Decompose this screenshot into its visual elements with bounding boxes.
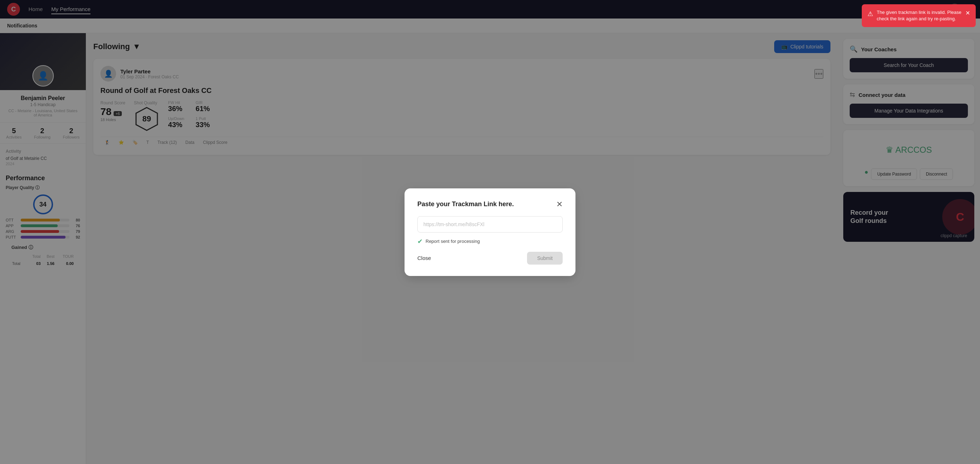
modal-close-button[interactable]: Close	[417, 255, 431, 261]
modal-submit-button[interactable]: Submit	[527, 252, 563, 265]
modal-close-icon[interactable]: ✕	[556, 200, 563, 209]
modal-overlay[interactable]: Paste your Trackman Link here. ✕ ✔ Repor…	[0, 0, 980, 464]
success-text: Report sent for processing	[426, 238, 480, 244]
toast-message: The given trackman link is invalid. Plea…	[877, 9, 962, 22]
toast-close-button[interactable]: ✕	[966, 9, 970, 17]
modal-success-message: ✔ Report sent for processing	[417, 238, 563, 245]
check-icon: ✔	[417, 238, 423, 245]
modal-actions: Close Submit	[417, 252, 563, 265]
trackman-link-input[interactable]	[417, 216, 563, 232]
modal-title: Paste your Trackman Link here.	[417, 200, 514, 208]
warning-icon: ⚠	[867, 10, 873, 19]
trackman-modal: Paste your Trackman Link here. ✕ ✔ Repor…	[404, 188, 576, 276]
modal-header: Paste your Trackman Link here. ✕	[417, 200, 563, 209]
error-toast: ⚠ The given trackman link is invalid. Pl…	[862, 4, 976, 27]
